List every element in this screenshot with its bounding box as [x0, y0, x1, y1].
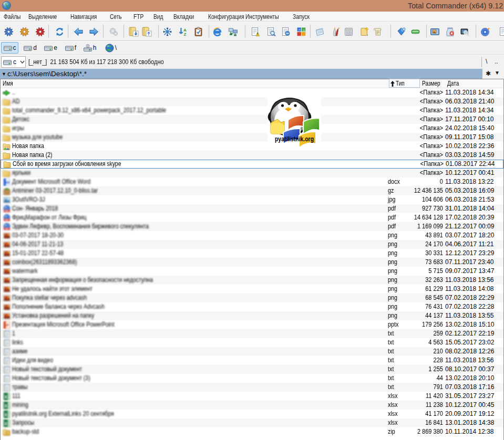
- svg-text:pyatilistnik.org: pyatilistnik.org: [275, 135, 314, 143]
- svg-text:X: X: [4, 412, 7, 417]
- svg-text:X: X: [4, 394, 7, 400]
- svg-text:Z: Z: [184, 32, 187, 37]
- svg-text:X: X: [4, 403, 7, 408]
- svg-text:PDF: PDF: [5, 228, 9, 230]
- svg-text:X: X: [4, 421, 7, 426]
- svg-text:PDF: PDF: [5, 219, 9, 221]
- svg-text:P: P: [6, 323, 9, 328]
- svg-text:PDF: PDF: [5, 210, 9, 212]
- svg-text:W: W: [6, 180, 10, 185]
